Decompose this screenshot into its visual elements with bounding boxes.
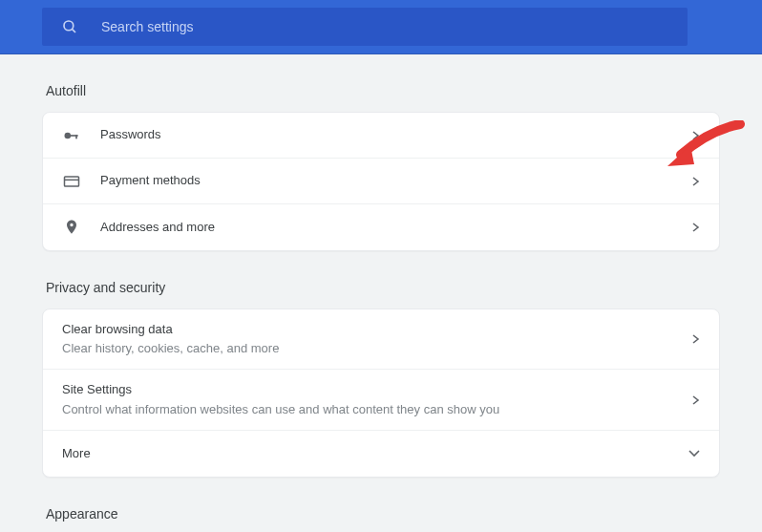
row-payment-methods[interactable]: Payment methods <box>43 159 719 204</box>
search-input[interactable] <box>101 19 668 34</box>
row-label-wrap: Addresses and more <box>100 219 685 236</box>
row-sublabel: Clear history, cookies, cache, and more <box>62 340 685 357</box>
row-label: Payment methods <box>100 172 685 189</box>
svg-rect-5 <box>65 177 79 186</box>
row-text-wrap: Clear browsing data Clear history, cooki… <box>62 321 685 357</box>
settings-content: Autofill Passwords <box>0 83 762 521</box>
chevron-right-icon <box>692 395 700 405</box>
section-title-privacy: Privacy and security <box>46 280 720 295</box>
chevron-right-icon <box>692 334 700 344</box>
row-text-wrap: Site Settings Control what information w… <box>62 381 685 417</box>
svg-line-1 <box>73 30 75 32</box>
row-label-wrap: Payment methods <box>100 172 685 189</box>
search-settings-bar[interactable] <box>42 8 688 46</box>
svg-point-0 <box>64 21 74 31</box>
svg-rect-4 <box>75 135 77 138</box>
row-passwords[interactable]: Passwords <box>43 113 719 159</box>
credit-card-icon <box>62 172 100 191</box>
location-pin-icon <box>62 218 100 237</box>
chevron-right-icon <box>692 131 700 140</box>
row-label: Passwords <box>100 126 685 143</box>
section-title-appearance: Appearance <box>46 506 720 521</box>
privacy-card: Clear browsing data Clear history, cooki… <box>42 309 720 478</box>
search-icon <box>61 18 78 35</box>
row-label: More <box>62 445 681 462</box>
chevron-right-icon <box>692 223 700 232</box>
row-label: Clear browsing data <box>62 321 685 338</box>
chevron-right-icon <box>692 177 700 186</box>
row-text-wrap: More <box>62 445 681 462</box>
row-label: Addresses and more <box>100 219 685 236</box>
autofill-card: Passwords Payment methods <box>42 112 720 251</box>
svg-point-2 <box>65 132 72 138</box>
row-more[interactable]: More <box>43 431 719 477</box>
row-site-settings[interactable]: Site Settings Control what information w… <box>43 370 719 430</box>
row-label: Site Settings <box>62 381 685 398</box>
row-sublabel: Control what information websites can us… <box>62 401 685 418</box>
row-label-wrap: Passwords <box>100 126 685 143</box>
chevron-down-icon <box>688 450 700 458</box>
section-title-autofill: Autofill <box>46 83 720 98</box>
key-icon <box>62 126 100 145</box>
settings-header <box>0 0 762 54</box>
row-addresses[interactable]: Addresses and more <box>43 204 719 250</box>
row-clear-browsing-data[interactable]: Clear browsing data Clear history, cooki… <box>43 309 719 370</box>
